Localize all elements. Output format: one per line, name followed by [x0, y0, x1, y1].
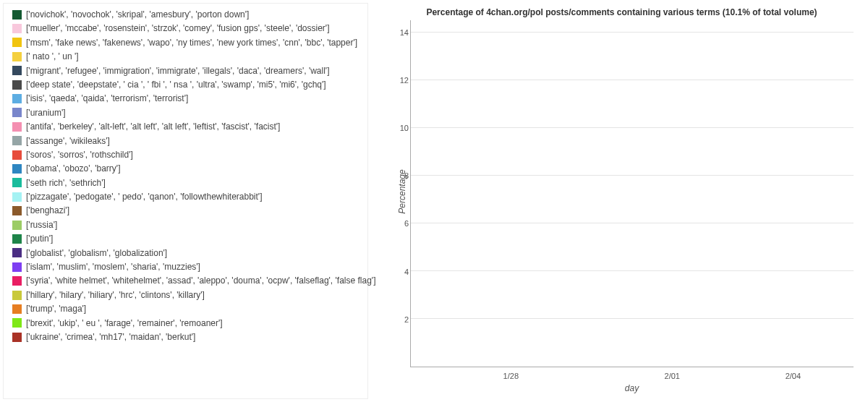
legend-item[interactable]: ['uranium'] — [12, 108, 363, 118]
legend-item[interactable]: ['migrant', 'refugee', 'immigration', 'i… — [12, 66, 363, 76]
grid-line — [411, 175, 854, 176]
legend-label: ['globalist', 'globalism', 'globalizatio… — [26, 248, 167, 258]
legend-panel: ['novichok', 'novochok', 'skripal', 'ame… — [3, 3, 368, 399]
legend-label: ['mueller', 'mccabe', 'rosenstein', 'str… — [26, 23, 329, 33]
legend-label: ['msm', 'fake news', 'fakenews', 'wapo',… — [26, 38, 357, 48]
legend-label: ['deep state', 'deepstate', ' cia ', ' f… — [26, 80, 326, 90]
legend-swatch — [12, 333, 22, 342]
legend-label: ['islam', 'muslim', 'moslem', 'sharia', … — [26, 262, 200, 272]
grid-line — [411, 80, 854, 80]
legend-swatch — [12, 206, 22, 215]
legend-swatch — [12, 318, 22, 328]
x-tick: 2/01 — [665, 372, 680, 380]
legend-item[interactable]: ['putin'] — [12, 234, 363, 244]
legend-item[interactable]: ['antifa', 'berkeley', 'alt-left', 'alt … — [12, 121, 363, 132]
legend-swatch — [12, 136, 22, 145]
grid-line — [411, 223, 854, 223]
legend-item[interactable]: ['globalist', 'globalism', 'globalizatio… — [12, 248, 363, 258]
legend-item[interactable]: ['pizzagate', 'pedogate', ' pedo', 'qano… — [12, 192, 363, 202]
legend-item[interactable]: ['hillary', 'hilary', 'hiliary', 'hrc', … — [12, 290, 363, 300]
y-tick: 8 — [404, 171, 409, 180]
legend-label: ['hillary', 'hilary', 'hiliary', 'hrc', … — [26, 290, 205, 300]
legend-label: ['soros', 'sorros', 'rothschild'] — [26, 150, 133, 160]
legend-item[interactable]: ['syria', 'white helmet', 'whitehelmet',… — [12, 275, 363, 286]
legend-label: ['novichok', 'novochok', 'skripal', 'ame… — [26, 9, 249, 20]
legend-item[interactable]: ['msm', 'fake news', 'fakenews', 'wapo',… — [12, 38, 363, 48]
legend-item[interactable]: ['assange', 'wikileaks'] — [12, 136, 363, 146]
legend-swatch — [12, 122, 22, 132]
legend-label: ['pizzagate', 'pedogate', ' pedo', 'qano… — [26, 192, 262, 202]
legend-label: ['seth rich', 'sethrich'] — [26, 178, 106, 188]
legend-swatch — [12, 262, 22, 272]
legend-item[interactable]: ['russia'] — [12, 220, 363, 230]
x-tick: 2/04 — [786, 372, 801, 380]
chart-panel: Percentage of 4chan.org/pol posts/commen… — [368, 0, 868, 402]
plot-area — [410, 20, 854, 367]
legend-swatch — [12, 108, 22, 117]
y-axis: Percentage 2468101214 — [390, 20, 410, 367]
legend-swatch — [12, 291, 22, 300]
legend-swatch — [12, 150, 22, 160]
legend-swatch — [12, 304, 22, 314]
y-tick: 4 — [404, 268, 409, 276]
x-axis-label: day — [625, 383, 639, 393]
y-tick: 10 — [400, 124, 409, 132]
legend-swatch — [12, 94, 22, 103]
legend-swatch — [12, 66, 22, 75]
legend-label: ['russia'] — [26, 220, 57, 230]
legend-swatch — [12, 164, 22, 174]
legend-item[interactable]: ['isis', 'qaeda', 'qaida', 'terrorism', … — [12, 93, 363, 103]
legend-item[interactable]: ['seth rich', 'sethrich'] — [12, 178, 363, 188]
legend-label: ['migrant', 'refugee', 'immigration', 'i… — [26, 66, 329, 76]
grid-line — [411, 32, 854, 33]
legend-label: ['uranium'] — [26, 108, 66, 118]
legend-item[interactable]: ['trump', 'maga'] — [12, 304, 363, 314]
legend-swatch — [12, 80, 22, 90]
legend-swatch — [12, 276, 22, 286]
legend-item[interactable]: ['mueller', 'mccabe', 'rosenstein', 'str… — [12, 23, 363, 33]
legend-label: [' nato ', ' un '] — [26, 51, 79, 61]
grid-line — [411, 127, 854, 128]
legend-swatch — [12, 248, 22, 257]
legend-label: ['benghazi'] — [26, 205, 69, 215]
legend-swatch — [12, 234, 22, 244]
legend-item[interactable]: ['brexit', 'ukip', ' eu ', 'farage', 're… — [12, 318, 363, 328]
legend-label: ['isis', 'qaeda', 'qaida', 'terrorism', … — [26, 93, 188, 103]
legend-item[interactable]: ['islam', 'muslim', 'moslem', 'sharia', … — [12, 262, 363, 272]
y-tick: 6 — [404, 219, 409, 228]
legend-label: ['obama', 'obozo', 'barry'] — [26, 163, 120, 174]
y-tick: 12 — [400, 76, 409, 85]
legend-swatch — [12, 178, 22, 187]
legend-label: ['ukraine', 'crimea', 'mh17', 'maidan', … — [26, 332, 195, 342]
legend-item[interactable]: ['obama', 'obozo', 'barry'] — [12, 163, 363, 174]
legend-swatch — [12, 24, 22, 33]
legend-label: ['antifa', 'berkeley', 'alt-left', 'alt … — [26, 121, 280, 132]
legend-label: ['assange', 'wikileaks'] — [26, 136, 110, 146]
legend-item[interactable]: [' nato ', ' un '] — [12, 51, 363, 61]
legend-item[interactable]: ['deep state', 'deepstate', ' cia ', ' f… — [12, 80, 363, 90]
y-tick: 14 — [400, 28, 409, 37]
chart-title: Percentage of 4chan.org/pol posts/commen… — [390, 7, 854, 17]
legend-swatch — [12, 10, 22, 20]
legend-label: ['putin'] — [26, 234, 53, 244]
legend-swatch — [12, 52, 22, 61]
legend-item[interactable]: ['novichok', 'novochok', 'skripal', 'ame… — [12, 9, 363, 20]
legend-label: ['syria', 'white helmet', 'whitehelmet',… — [26, 275, 375, 286]
legend-item[interactable]: ['soros', 'sorros', 'rothschild'] — [12, 150, 363, 160]
legend-swatch — [12, 221, 22, 230]
x-tick: 1/28 — [503, 372, 519, 380]
legend-item[interactable]: ['ukraine', 'crimea', 'mh17', 'maidan', … — [12, 332, 363, 342]
legend-swatch — [12, 192, 22, 202]
legend-label: ['brexit', 'ukip', ' eu ', 'farage', 're… — [26, 318, 223, 328]
legend-item[interactable]: ['benghazi'] — [12, 205, 363, 215]
legend-label: ['trump', 'maga'] — [26, 304, 86, 314]
x-axis: day 1/282/012/04 — [410, 367, 854, 389]
legend-swatch — [12, 38, 22, 47]
grid-line — [411, 270, 854, 271]
grid-line — [411, 318, 854, 319]
y-tick: 2 — [404, 315, 409, 324]
